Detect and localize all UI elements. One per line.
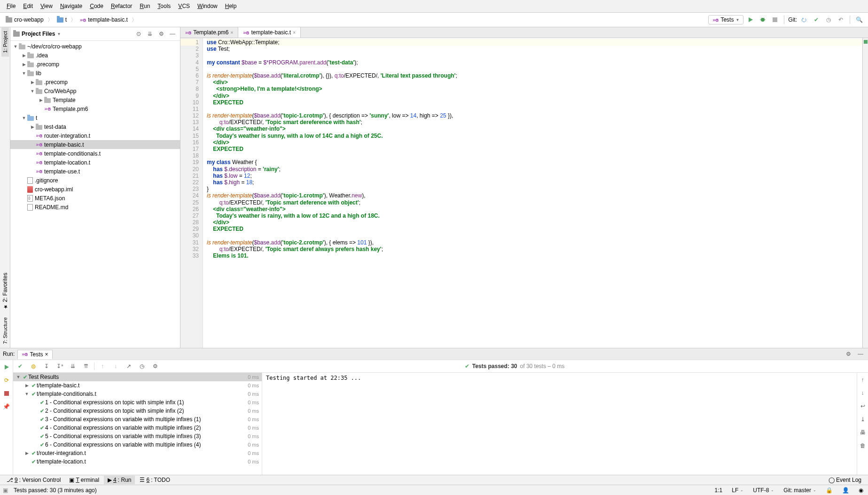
scroll-from-source-button[interactable]: ⊙	[134, 29, 143, 39]
stop-tests-button[interactable]	[1, 388, 12, 399]
tree-item[interactable]: ▶.precomp	[10, 60, 180, 69]
close-icon[interactable]: ×	[293, 30, 296, 35]
tree-item[interactable]: .gitignore	[10, 176, 180, 185]
close-icon[interactable]: ×	[45, 351, 48, 358]
tool-tab-project[interactable]: 1: Project	[1, 27, 9, 56]
clear-button[interactable]: 🗑	[858, 440, 868, 451]
menu-window[interactable]: Window	[194, 2, 221, 10]
menu-tools[interactable]: Tools	[154, 2, 174, 10]
test-settings-button[interactable]: ⚙	[150, 361, 160, 371]
menu-edit[interactable]: Edit	[19, 2, 37, 10]
line-separator[interactable]: LF ⌄	[730, 487, 745, 494]
hide-button[interactable]: —	[168, 29, 177, 39]
test-tree-item[interactable]: ✔2 - Conditional expressions on topic wi…	[13, 407, 262, 415]
scroll-end-button[interactable]: ⤓	[858, 414, 868, 424]
run-tab-tests[interactable]: »ɞ Tests ×	[17, 350, 52, 359]
sort-button[interactable]: ↧	[41, 361, 52, 371]
tree-item[interactable]: ▼Cro/WebApp	[10, 86, 180, 95]
tree-item[interactable]: README.md	[10, 203, 180, 212]
vcs-history-button[interactable]: ◷	[823, 15, 834, 25]
test-tree-item[interactable]: ✔1 - Conditional expressions on topic wi…	[13, 398, 262, 407]
editor-tab[interactable]: »ɞTemplate.pm6×	[180, 27, 238, 38]
menu-help[interactable]: Help	[221, 2, 241, 10]
menu-view[interactable]: View	[37, 2, 56, 10]
menu-code[interactable]: Code	[86, 2, 107, 10]
readonly-toggle[interactable]: 🔒	[824, 487, 835, 494]
sort-alpha-button[interactable]: ↧ᵃ	[55, 361, 65, 371]
code-area[interactable]: use Cro::WebApp::Template;use Test;my co…	[203, 38, 862, 348]
run-settings-button[interactable]: ⚙	[844, 349, 853, 359]
export-button[interactable]: ↗	[124, 361, 134, 371]
tool-tab-favorites[interactable]: ★ 2: Favorites	[1, 269, 9, 314]
collapse-all-button[interactable]: ⇈	[81, 361, 91, 371]
git-branch[interactable]: Git: master ⌄	[782, 487, 818, 494]
menu-refactor[interactable]: Refactor	[107, 2, 136, 10]
tree-arrow[interactable]: ▶	[21, 62, 27, 67]
file-encoding[interactable]: UTF-8 ⌄	[751, 487, 776, 494]
tree-item[interactable]: ▼~/dev/cro/cro-webapp	[10, 42, 180, 51]
test-tree-item[interactable]: ✔5 - Conditional expressions on variable…	[13, 432, 262, 440]
debug-button[interactable]	[758, 15, 768, 25]
tree-item[interactable]: ▶.precomp	[10, 78, 180, 86]
settings-button[interactable]: ⚙	[156, 29, 166, 39]
bottom-tab-versioncontrol[interactable]: ⎇ 9: Version Control	[3, 476, 64, 484]
test-tree-item[interactable]: ▼✔Test Results0 ms	[13, 373, 262, 381]
memory-indicator[interactable]: ◉	[857, 487, 865, 494]
vcs-update-button[interactable]: ⭮	[799, 15, 809, 25]
tree-item[interactable]: »ɞrouter-integration.t	[10, 131, 180, 140]
tree-arrow[interactable]: ▶	[29, 80, 36, 85]
tree-item[interactable]: META6.json	[10, 194, 180, 203]
tree-arrow[interactable]: ▶	[38, 98, 44, 102]
tree-arrow[interactable]: ▼	[29, 89, 36, 94]
bottom-tab-todo[interactable]: ☰ 6: TODO	[136, 476, 174, 484]
scroll-up-button[interactable]: ↑	[858, 375, 868, 385]
search-everywhere-button[interactable]: 🔍	[854, 15, 864, 25]
event-log-tab[interactable]: ◯ Event Log	[825, 476, 865, 484]
pin-button[interactable]: 📌	[1, 401, 12, 412]
show-ignored-button[interactable]: ◍	[28, 361, 39, 371]
tree-arrow[interactable]: ▼	[21, 116, 27, 120]
tree-item[interactable]: ▼lib	[10, 69, 180, 78]
menu-navigate[interactable]: Navigate	[56, 2, 86, 10]
project-view-selector[interactable]: Project Files ▼	[13, 31, 61, 37]
tree-item[interactable]: ▶test-data	[10, 122, 180, 131]
menu-file[interactable]: File	[3, 2, 19, 10]
test-tree-item[interactable]: ✔3 - Conditional expressions on variable…	[13, 415, 262, 424]
expand-all-button[interactable]: ⇊	[68, 361, 78, 371]
scroll-down-button[interactable]: ↓	[858, 388, 868, 398]
stop-button[interactable]	[770, 15, 780, 25]
collapse-all-button[interactable]: ⇊	[145, 29, 155, 39]
test-tree-item[interactable]: ✔t/template-location.t0 ms	[13, 457, 262, 466]
test-results-tree[interactable]: ▼✔Test Results0 ms▶✔t/template-basic.t0 …	[13, 373, 262, 475]
tree-item[interactable]: ▶Template	[10, 95, 180, 104]
tree-item[interactable]: ▼t	[10, 113, 180, 122]
soft-wrap-button[interactable]: ↩	[858, 401, 868, 411]
caret-position[interactable]: 1:1	[713, 487, 725, 494]
tree-item[interactable]: »ɞtemplate-conditionals.t	[10, 149, 180, 158]
run-button[interactable]	[745, 15, 756, 25]
tree-arrow[interactable]: ▼	[12, 44, 19, 49]
tree-item[interactable]: »ɞtemplate-basic.t	[10, 140, 180, 149]
vcs-revert-button[interactable]: ↶	[836, 15, 846, 25]
tree-arrow[interactable]: ▼	[21, 71, 27, 76]
print-button[interactable]: 🖶	[858, 427, 868, 438]
error-stripe[interactable]	[862, 38, 868, 348]
toggle-auto-test-button[interactable]: ⟳	[1, 375, 12, 385]
editor[interactable]: 1234567891011121314151617181920212223242…	[180, 38, 868, 348]
menu-vcs[interactable]: VCS	[174, 2, 194, 10]
tree-item[interactable]: »ɞtemplate-location.t	[10, 158, 180, 167]
prev-failed-button[interactable]: ↑	[97, 361, 108, 371]
bottom-tab-terminal[interactable]: ▣ Terminal	[65, 476, 103, 484]
bottom-tab-run[interactable]: ▶ 4: Run	[104, 476, 135, 484]
editor-tab[interactable]: »ɞtemplate-basic.t×	[238, 27, 301, 38]
run-configuration-selector[interactable]: »ɞ Tests ▼	[708, 15, 743, 24]
tool-tab-structure[interactable]: 7: Structure	[1, 314, 9, 348]
breadcrumb-item[interactable]: cro-webapp	[4, 16, 46, 24]
breadcrumb-item[interactable]: t	[55, 16, 69, 24]
close-icon[interactable]: ×	[231, 30, 234, 35]
next-failed-button[interactable]: ↓	[110, 361, 121, 371]
breadcrumb-item[interactable]: »ɞtemplate-basic.t	[78, 16, 130, 24]
vcs-commit-button[interactable]: ✔	[811, 15, 821, 25]
tree-arrow[interactable]: ▶	[29, 125, 36, 129]
test-tree-item[interactable]: ✔6 - Conditional expressions on variable…	[13, 440, 262, 449]
